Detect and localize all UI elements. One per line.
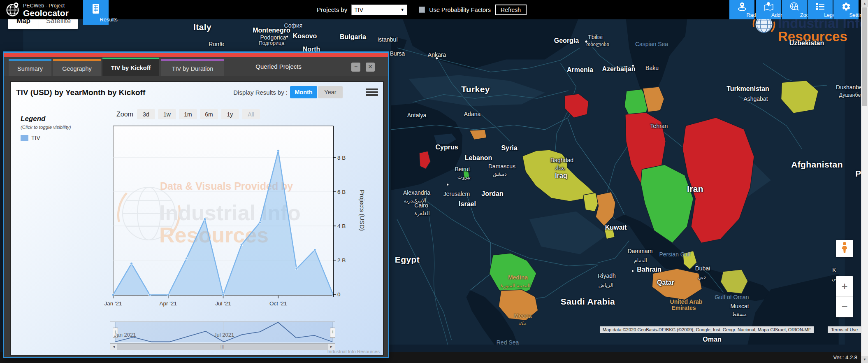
projects-by-value: TIV [354, 7, 363, 13]
svg-text:2 B: 2 B [337, 257, 346, 263]
scrollbar-left-arrow[interactable]: ◄ [110, 344, 117, 350]
top-bar: PECWeb - Project Geolocator Results Proj… [0, 0, 868, 19]
month-toggle-button[interactable]: Month [290, 86, 317, 98]
projects-by-group: Projects by TIV ▼ Use Probability Factor… [317, 0, 527, 19]
pegman-control[interactable] [836, 240, 853, 257]
use-probability-checkbox[interactable] [419, 7, 425, 13]
zoom-row-label: Zoom [116, 111, 133, 118]
iir-name-line2: Resources [778, 29, 847, 44]
dialog-header: SummaryGeographyTIV by KickoffTIV by Dur… [4, 57, 388, 76]
pegman-icon [840, 242, 849, 256]
navigator-label-mid: Jul 2021 [214, 332, 234, 338]
legend-title: Legend [21, 115, 71, 123]
chart-zoom-6m[interactable]: 6m [200, 109, 218, 119]
close-button[interactable]: ✕ [366, 63, 375, 72]
chart-zoom-1w[interactable]: 1w [158, 109, 176, 119]
navigator-label-start: Jan 2021 [114, 332, 136, 338]
projects-by-select[interactable]: TIV ▼ [351, 5, 407, 15]
use-probability-label: Use Probability Factors [429, 7, 491, 13]
chart-title: TIV (USD) by YearMonth by Kickoff [16, 88, 145, 97]
x-axis-labels: Jan '21Apr '21Jul '21Oct '21 [104, 300, 287, 307]
chart-menu-icon[interactable] [366, 86, 378, 98]
app-name-line2: Geolocator [23, 9, 69, 18]
chart-credit: Industrial Info Resources [327, 349, 380, 354]
map-region-kuwaitWestYellow[interactable] [583, 193, 599, 211]
legend-icon [808, 1, 833, 12]
legend-swatch [21, 135, 28, 141]
gear-icon [833, 1, 859, 12]
results-icon [83, 3, 109, 14]
svg-text:Apr '21: Apr '21 [160, 300, 177, 307]
app-name-line1: PECWeb - Project [23, 3, 69, 9]
svg-text:Jul '21: Jul '21 [215, 300, 231, 307]
svg-text:Jan '21: Jan '21 [104, 300, 122, 307]
zoom-icon [782, 1, 807, 12]
legend-hint: (Click to toggle visibility) [21, 125, 71, 130]
projects-by-label: Projects by [317, 6, 347, 13]
chart-zoom-1m[interactable]: 1m [179, 109, 197, 119]
scroll-thumb[interactable] [862, 7, 867, 106]
terms-of-use-link[interactable]: Terms of Use [828, 326, 861, 333]
chart-panel: Data & Visuals Provided by Industrial In… [10, 81, 384, 356]
zoom-out-button[interactable]: − [836, 297, 853, 317]
svg-text:8 B: 8 B [337, 155, 346, 161]
tab-summary[interactable]: Summary [9, 59, 51, 76]
scrollbar-grip[interactable]: ||| [220, 344, 225, 350]
dialog-accent-strip [4, 53, 388, 57]
chart-legend: Legend (Click to toggle visibility) TIV [21, 115, 71, 141]
legend-label: TIV [31, 135, 40, 141]
tab-tiv-by-duration[interactable]: TIV by Duration [161, 59, 224, 76]
queried-projects-dialog: SummaryGeographyTIV by KickoffTIV by Dur… [3, 51, 389, 358]
chart-zoom-row: Zoom 3d1w1m6m1yAll [116, 109, 260, 119]
scroll-down-arrow[interactable]: ▼ [861, 356, 868, 363]
chart-zoom-1y[interactable]: 1y [221, 109, 239, 119]
minimize-button[interactable]: − [351, 63, 360, 72]
svg-text:0: 0 [337, 291, 341, 298]
chevron-down-icon: ▼ [400, 7, 404, 12]
app-root: СофияItalyRomeMontenegroPodgoricaПодгори… [0, 0, 868, 363]
dialog-tabs: SummaryGeographyTIV by KickoffTIV by Dur… [9, 58, 224, 76]
version-label: Ver.: 4.2.8 [833, 352, 857, 363]
dialog-title: Queried Projects [255, 63, 302, 70]
tab-geography[interactable]: Geography [53, 59, 101, 76]
display-results-label: Display Results by : [233, 89, 288, 96]
zoom-in-button[interactable]: + [836, 276, 853, 296]
svg-text:Oct '21: Oct '21 [269, 300, 287, 307]
year-toggle-button[interactable]: Year [318, 86, 343, 98]
tab-tiv-by-kickoff[interactable]: TIV by Kickoff [102, 58, 159, 76]
results-label: Results [96, 16, 121, 23]
app-logo: PECWeb - Project Geolocator [6, 2, 69, 19]
legend-item-tiv[interactable]: TIV [21, 135, 71, 141]
scroll-up-arrow[interactable]: ▲ [861, 0, 868, 7]
svg-text:4 B: 4 B [337, 223, 346, 229]
y-axis-ticks [333, 158, 336, 294]
legend-button[interactable]: Legend [808, 0, 833, 19]
chart-scrollbar[interactable]: ◄ ► ||| [110, 343, 335, 350]
navigator-right-handle[interactable]: ‖ [330, 328, 335, 338]
page-scrollbar[interactable]: ▲ ▼ [861, 0, 868, 363]
settings-button[interactable]: Settings [833, 0, 859, 19]
chart-zoom-all[interactable]: All [242, 109, 260, 119]
y-axis-title: Projects (USD) [359, 190, 366, 231]
x-axis-ticks [113, 296, 278, 298]
results-button[interactable]: Results [83, 0, 109, 25]
y-axis-labels: 02 B4 B6 B8 B [337, 155, 346, 298]
radius-button[interactable]: Radius [729, 0, 754, 19]
app-logo-icon [6, 2, 21, 19]
map-attribution: Map data ©2020 GeoBasis-DE/BKG (©2009), … [600, 326, 814, 333]
svg-text:6 B: 6 B [337, 189, 346, 195]
address-icon [756, 1, 781, 12]
chart-zoom-3d[interactable]: 3d [137, 109, 155, 119]
map-zoom-control: + − [836, 276, 853, 317]
address-button[interactable]: Address [756, 0, 781, 19]
radius-icon [729, 1, 754, 12]
zoom-button[interactable]: Zoom [782, 0, 807, 19]
refresh-button[interactable]: Refresh [495, 5, 527, 15]
